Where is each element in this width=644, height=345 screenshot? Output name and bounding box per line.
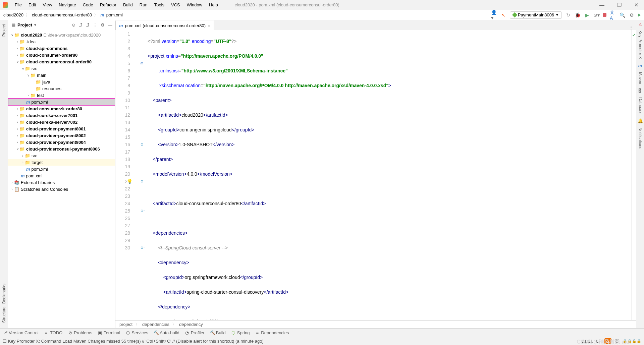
status-bar: ☐ Key Promoter X: Command Load Maven Cha…: [0, 337, 644, 345]
tool-spring[interactable]: ⬡Spring: [231, 330, 250, 335]
close-icon[interactable]: ✕: [632, 1, 641, 9]
tree-src[interactable]: src: [32, 66, 37, 71]
users-icon[interactable]: 👤▾: [491, 12, 497, 18]
status-icon[interactable]: ☐: [3, 339, 7, 344]
tool-services[interactable]: ⬡Services: [125, 330, 148, 335]
menu-edit[interactable]: Edit: [26, 1, 39, 8]
tool-project[interactable]: Project: [2, 23, 6, 38]
tree-target[interactable]: target: [32, 160, 43, 165]
code-area[interactable]: <?xml version="1.0" encoding="UTF-8"?> <…: [146, 30, 631, 320]
tree-idea[interactable]: .idea: [26, 39, 36, 44]
tree-api-commons[interactable]: cloud-api-commons: [26, 46, 68, 51]
tool-problems[interactable]: ⊘Problems: [68, 330, 92, 335]
menu-vcs[interactable]: VCS: [168, 1, 183, 8]
project-view-icon[interactable]: ▤: [11, 22, 16, 28]
collapse-icon[interactable]: ⇵: [86, 22, 90, 27]
tool-maven[interactable]: Maven: [638, 71, 643, 85]
breadcrumb-root[interactable]: cloud2020: [3, 12, 23, 17]
bell-icon[interactable]: 🔔: [638, 118, 643, 123]
play-icon[interactable]: [638, 13, 641, 17]
tool-key-promoter[interactable]: Key Promoter X: [638, 29, 643, 60]
menu-view[interactable]: View: [40, 1, 55, 8]
tree-eureka7001[interactable]: cloud-eureka-server7001: [26, 113, 77, 118]
stop-icon[interactable]: [603, 13, 606, 17]
tree-consumerconsul-order80[interactable]: cloud-consumerconsul-order80: [26, 59, 92, 64]
tree-payment8002[interactable]: cloud-provider-payment8002: [26, 133, 86, 138]
pom-icon: m: [100, 12, 104, 17]
tree-src2[interactable]: src: [32, 153, 37, 158]
tree-external-libs[interactable]: External Libraries: [21, 180, 55, 185]
database-icon[interactable]: 🗄: [638, 88, 642, 93]
watermark: CSDN @清风微凉 aaa: [577, 339, 631, 345]
menu-window[interactable]: Window: [184, 1, 205, 8]
tree-pom-selected[interactable]: pom.xml: [32, 100, 48, 105]
options-icon[interactable]: ⋮: [93, 22, 97, 27]
menu-file[interactable]: File: [12, 1, 24, 8]
run-icon[interactable]: ↻: [565, 12, 571, 18]
back-arrow-icon[interactable]: ↖: [500, 12, 506, 18]
line-numbers: 1234567891011121314151617181920212223242…: [115, 30, 133, 320]
tree-eureka7002[interactable]: cloud-eureka-server7002: [26, 120, 77, 125]
navigation-bar: cloud2020〉 cloud-consumerconsul-order80〉…: [0, 10, 644, 20]
tree-resources[interactable]: resources: [42, 86, 61, 91]
tool-structure[interactable]: Structure: [2, 305, 6, 324]
crumb-project[interactable]: project: [119, 322, 132, 327]
structure-breadcrumb: project〉 dependencies〉 dependency: [115, 320, 636, 328]
menu-run[interactable]: Run: [137, 1, 150, 8]
tool-database[interactable]: Database: [638, 96, 643, 116]
breadcrumb-module[interactable]: cloud-consumerconsul-order80: [32, 12, 92, 17]
menu-build[interactable]: Build: [120, 1, 136, 8]
tree-root[interactable]: cloud2020: [21, 33, 42, 38]
run-config-selector[interactable]: PaymentMain8006▼: [510, 11, 562, 19]
settings-icon[interactable]: ⚙: [101, 22, 105, 27]
tool-build[interactable]: 🔨Build: [210, 330, 226, 335]
minimize-icon[interactable]: —: [597, 1, 607, 9]
ide-errors-icon[interactable]: ⚠: [639, 22, 642, 26]
tree-payment8004[interactable]: cloud-provider-payment8004: [26, 140, 86, 145]
menu-refactor[interactable]: Refactor: [97, 1, 119, 8]
breadcrumb-file[interactable]: pom.xml: [106, 12, 123, 17]
tree-scratches[interactable]: Scratches and Consoles: [21, 187, 68, 192]
maximize-icon[interactable]: ❐: [614, 1, 624, 9]
target-icon[interactable]: ⊙: [72, 22, 75, 27]
tool-bookmarks[interactable]: Bookmarks: [2, 282, 6, 305]
project-tree[interactable]: ∨📁cloud2020E:\idea-workspace\cloud2020 ›…: [8, 30, 115, 328]
menu-code[interactable]: Code: [80, 1, 96, 8]
tool-autobuild[interactable]: 🔨Auto-build: [154, 330, 179, 335]
tree-payment8001[interactable]: cloud-provider-payment8001: [26, 126, 86, 131]
debug-icon[interactable]: 🐞: [575, 12, 581, 18]
menu-help[interactable]: Help: [206, 1, 221, 8]
tree-pom2[interactable]: pom.xml: [32, 167, 48, 172]
crumb-deps[interactable]: dependencies: [142, 322, 169, 327]
profile-icon[interactable]: ⊙▾: [593, 12, 599, 18]
search-icon[interactable]: 🔍: [619, 12, 625, 18]
tree-consumerzk[interactable]: cloud-consumerzk-order80: [26, 106, 82, 111]
translate-icon[interactable]: 文A: [610, 12, 616, 18]
menu-navigate[interactable]: Navigate: [56, 1, 78, 8]
tree-main[interactable]: main: [37, 73, 46, 78]
gear-icon[interactable]: ⚙: [629, 12, 635, 18]
expand-icon[interactable]: ⇵: [79, 22, 83, 27]
crumb-dep[interactable]: dependency: [179, 322, 203, 327]
tool-profiler[interactable]: ◔Profiler: [185, 330, 205, 335]
tree-providerconsul[interactable]: cloud-providerconsul-payment8006: [26, 147, 100, 152]
tool-terminal[interactable]: ▣Terminal: [98, 330, 120, 335]
tree-test[interactable]: test: [37, 93, 44, 98]
tool-notifications[interactable]: Notifications: [638, 126, 643, 151]
menu-tools[interactable]: Tools: [152, 1, 167, 8]
tab-pom-xml[interactable]: m pom.xml (cloud-consumerconsul-order80)…: [115, 20, 214, 30]
tree-pom-root[interactable]: pom.xml: [26, 173, 43, 178]
tab-close-icon[interactable]: ×: [208, 23, 210, 28]
analysis-stripe[interactable]: ✔: [631, 30, 636, 320]
hide-icon[interactable]: —: [108, 22, 112, 27]
tool-todo[interactable]: ≡TODO: [44, 330, 62, 335]
tree-java[interactable]: java: [42, 79, 50, 84]
project-panel: ▤ Project ▼ ⊙ ⇵ ⇵ ⋮ ⚙ — ∨📁cloud2020E:\id…: [8, 20, 115, 328]
tool-vcs[interactable]: ⎇Version Control: [3, 330, 39, 335]
tree-consumer-order80[interactable]: cloud-consumer-order80: [26, 53, 77, 58]
tab-menu-icon[interactable]: ⋮: [629, 25, 636, 30]
coverage-icon[interactable]: ▶: [584, 12, 590, 18]
maven-icon: m: [119, 23, 123, 28]
maven-tool-icon[interactable]: m: [638, 63, 642, 68]
tool-dependencies[interactable]: ≡Dependencies: [255, 330, 289, 335]
